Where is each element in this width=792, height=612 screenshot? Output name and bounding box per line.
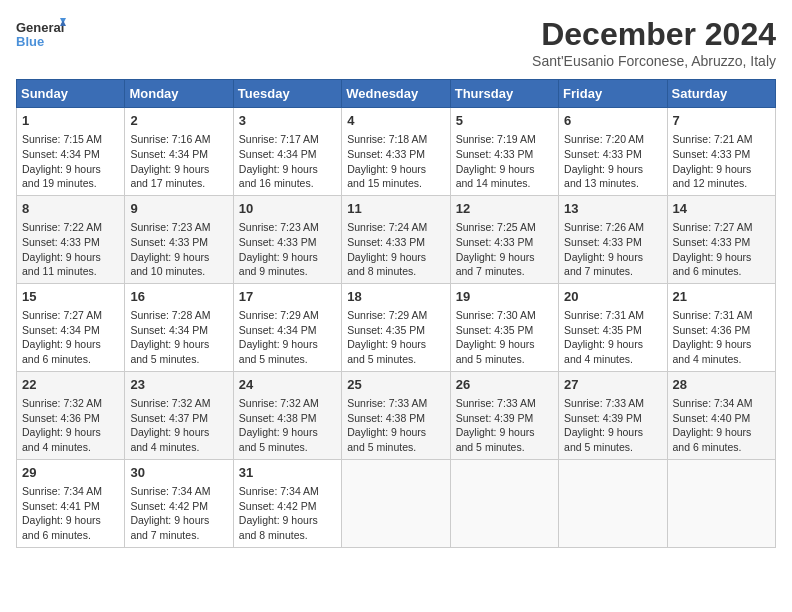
calendar-cell: 22Sunrise: 7:32 AMSunset: 4:36 PMDayligh… — [17, 371, 125, 459]
calendar-cell: 13Sunrise: 7:26 AMSunset: 4:33 PMDayligh… — [559, 195, 667, 283]
logo-svg: General Blue — [16, 16, 66, 58]
calendar-cell: 18Sunrise: 7:29 AMSunset: 4:35 PMDayligh… — [342, 283, 450, 371]
day-number: 6 — [564, 112, 661, 130]
title-block: December 2024 Sant'Eusanio Forconese, Ab… — [532, 16, 776, 69]
calendar-cell — [559, 459, 667, 547]
day-number: 9 — [130, 200, 227, 218]
calendar-cell: 16Sunrise: 7:28 AMSunset: 4:34 PMDayligh… — [125, 283, 233, 371]
day-number: 16 — [130, 288, 227, 306]
day-info: Sunrise: 7:23 AMSunset: 4:33 PMDaylight:… — [239, 220, 336, 279]
day-info: Sunrise: 7:29 AMSunset: 4:34 PMDaylight:… — [239, 308, 336, 367]
day-number: 4 — [347, 112, 444, 130]
svg-text:General: General — [16, 20, 64, 35]
calendar-cell — [450, 459, 558, 547]
header-sunday: Sunday — [17, 80, 125, 108]
day-info: Sunrise: 7:32 AMSunset: 4:37 PMDaylight:… — [130, 396, 227, 455]
calendar-table: SundayMondayTuesdayWednesdayThursdayFrid… — [16, 79, 776, 548]
day-number: 31 — [239, 464, 336, 482]
calendar-cell: 7Sunrise: 7:21 AMSunset: 4:33 PMDaylight… — [667, 108, 775, 196]
calendar-cell: 26Sunrise: 7:33 AMSunset: 4:39 PMDayligh… — [450, 371, 558, 459]
day-info: Sunrise: 7:28 AMSunset: 4:34 PMDaylight:… — [130, 308, 227, 367]
day-info: Sunrise: 7:18 AMSunset: 4:33 PMDaylight:… — [347, 132, 444, 191]
calendar-cell: 30Sunrise: 7:34 AMSunset: 4:42 PMDayligh… — [125, 459, 233, 547]
calendar-cell: 21Sunrise: 7:31 AMSunset: 4:36 PMDayligh… — [667, 283, 775, 371]
day-number: 11 — [347, 200, 444, 218]
calendar-header-row: SundayMondayTuesdayWednesdayThursdayFrid… — [17, 80, 776, 108]
calendar-cell: 12Sunrise: 7:25 AMSunset: 4:33 PMDayligh… — [450, 195, 558, 283]
day-info: Sunrise: 7:33 AMSunset: 4:39 PMDaylight:… — [456, 396, 553, 455]
calendar-cell: 3Sunrise: 7:17 AMSunset: 4:34 PMDaylight… — [233, 108, 341, 196]
calendar-cell: 2Sunrise: 7:16 AMSunset: 4:34 PMDaylight… — [125, 108, 233, 196]
day-info: Sunrise: 7:31 AMSunset: 4:35 PMDaylight:… — [564, 308, 661, 367]
header-monday: Monday — [125, 80, 233, 108]
day-info: Sunrise: 7:16 AMSunset: 4:34 PMDaylight:… — [130, 132, 227, 191]
day-number: 27 — [564, 376, 661, 394]
day-info: Sunrise: 7:24 AMSunset: 4:33 PMDaylight:… — [347, 220, 444, 279]
page-header: General Blue December 2024 Sant'Eusanio … — [16, 16, 776, 69]
week-row-1: 1Sunrise: 7:15 AMSunset: 4:34 PMDaylight… — [17, 108, 776, 196]
day-info: Sunrise: 7:22 AMSunset: 4:33 PMDaylight:… — [22, 220, 119, 279]
calendar-cell: 19Sunrise: 7:30 AMSunset: 4:35 PMDayligh… — [450, 283, 558, 371]
day-info: Sunrise: 7:29 AMSunset: 4:35 PMDaylight:… — [347, 308, 444, 367]
day-number: 14 — [673, 200, 770, 218]
day-info: Sunrise: 7:32 AMSunset: 4:36 PMDaylight:… — [22, 396, 119, 455]
day-info: Sunrise: 7:30 AMSunset: 4:35 PMDaylight:… — [456, 308, 553, 367]
week-row-5: 29Sunrise: 7:34 AMSunset: 4:41 PMDayligh… — [17, 459, 776, 547]
day-info: Sunrise: 7:33 AMSunset: 4:38 PMDaylight:… — [347, 396, 444, 455]
day-info: Sunrise: 7:17 AMSunset: 4:34 PMDaylight:… — [239, 132, 336, 191]
calendar-cell: 10Sunrise: 7:23 AMSunset: 4:33 PMDayligh… — [233, 195, 341, 283]
day-number: 22 — [22, 376, 119, 394]
calendar-cell: 20Sunrise: 7:31 AMSunset: 4:35 PMDayligh… — [559, 283, 667, 371]
day-info: Sunrise: 7:26 AMSunset: 4:33 PMDaylight:… — [564, 220, 661, 279]
day-info: Sunrise: 7:20 AMSunset: 4:33 PMDaylight:… — [564, 132, 661, 191]
header-tuesday: Tuesday — [233, 80, 341, 108]
day-number: 2 — [130, 112, 227, 130]
page-subtitle: Sant'Eusanio Forconese, Abruzzo, Italy — [532, 53, 776, 69]
day-number: 24 — [239, 376, 336, 394]
calendar-cell: 25Sunrise: 7:33 AMSunset: 4:38 PMDayligh… — [342, 371, 450, 459]
day-info: Sunrise: 7:31 AMSunset: 4:36 PMDaylight:… — [673, 308, 770, 367]
day-info: Sunrise: 7:34 AMSunset: 4:41 PMDaylight:… — [22, 484, 119, 543]
header-friday: Friday — [559, 80, 667, 108]
day-info: Sunrise: 7:25 AMSunset: 4:33 PMDaylight:… — [456, 220, 553, 279]
calendar-cell: 23Sunrise: 7:32 AMSunset: 4:37 PMDayligh… — [125, 371, 233, 459]
calendar-cell: 28Sunrise: 7:34 AMSunset: 4:40 PMDayligh… — [667, 371, 775, 459]
day-info: Sunrise: 7:34 AMSunset: 4:40 PMDaylight:… — [673, 396, 770, 455]
calendar-cell: 9Sunrise: 7:23 AMSunset: 4:33 PMDaylight… — [125, 195, 233, 283]
calendar-cell: 8Sunrise: 7:22 AMSunset: 4:33 PMDaylight… — [17, 195, 125, 283]
calendar-cell: 11Sunrise: 7:24 AMSunset: 4:33 PMDayligh… — [342, 195, 450, 283]
day-number: 1 — [22, 112, 119, 130]
calendar-cell: 15Sunrise: 7:27 AMSunset: 4:34 PMDayligh… — [17, 283, 125, 371]
header-saturday: Saturday — [667, 80, 775, 108]
calendar-cell: 24Sunrise: 7:32 AMSunset: 4:38 PMDayligh… — [233, 371, 341, 459]
day-number: 19 — [456, 288, 553, 306]
calendar-cell: 27Sunrise: 7:33 AMSunset: 4:39 PMDayligh… — [559, 371, 667, 459]
calendar-cell: 17Sunrise: 7:29 AMSunset: 4:34 PMDayligh… — [233, 283, 341, 371]
header-wednesday: Wednesday — [342, 80, 450, 108]
day-info: Sunrise: 7:32 AMSunset: 4:38 PMDaylight:… — [239, 396, 336, 455]
day-number: 30 — [130, 464, 227, 482]
day-info: Sunrise: 7:33 AMSunset: 4:39 PMDaylight:… — [564, 396, 661, 455]
day-number: 12 — [456, 200, 553, 218]
day-info: Sunrise: 7:27 AMSunset: 4:33 PMDaylight:… — [673, 220, 770, 279]
calendar-cell: 14Sunrise: 7:27 AMSunset: 4:33 PMDayligh… — [667, 195, 775, 283]
day-info: Sunrise: 7:15 AMSunset: 4:34 PMDaylight:… — [22, 132, 119, 191]
day-number: 28 — [673, 376, 770, 394]
week-row-4: 22Sunrise: 7:32 AMSunset: 4:36 PMDayligh… — [17, 371, 776, 459]
logo: General Blue — [16, 16, 66, 58]
day-number: 3 — [239, 112, 336, 130]
day-number: 15 — [22, 288, 119, 306]
day-number: 18 — [347, 288, 444, 306]
day-number: 25 — [347, 376, 444, 394]
day-number: 10 — [239, 200, 336, 218]
calendar-cell — [342, 459, 450, 547]
calendar-cell: 6Sunrise: 7:20 AMSunset: 4:33 PMDaylight… — [559, 108, 667, 196]
day-number: 17 — [239, 288, 336, 306]
calendar-cell: 1Sunrise: 7:15 AMSunset: 4:34 PMDaylight… — [17, 108, 125, 196]
day-info: Sunrise: 7:34 AMSunset: 4:42 PMDaylight:… — [239, 484, 336, 543]
calendar-cell: 29Sunrise: 7:34 AMSunset: 4:41 PMDayligh… — [17, 459, 125, 547]
day-number: 5 — [456, 112, 553, 130]
day-number: 26 — [456, 376, 553, 394]
page-title: December 2024 — [532, 16, 776, 53]
calendar-cell: 4Sunrise: 7:18 AMSunset: 4:33 PMDaylight… — [342, 108, 450, 196]
